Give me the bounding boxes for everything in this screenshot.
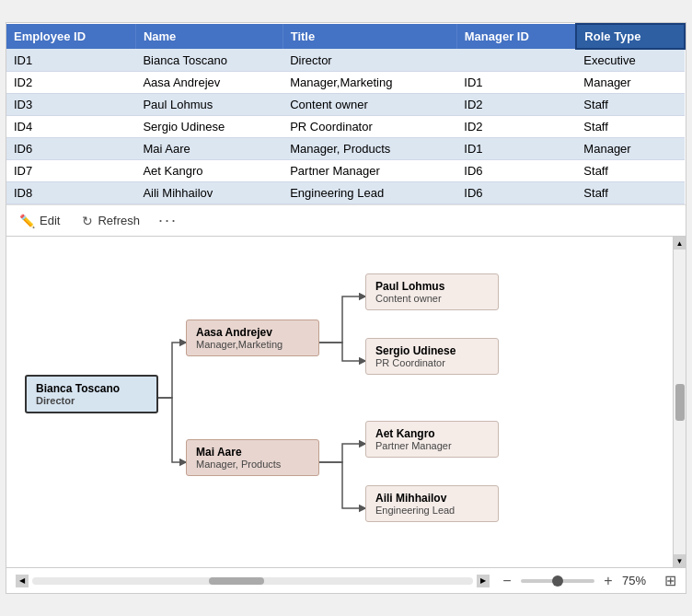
table-header-row: Employee ID Name Title Manager ID Role T… [6,24,685,49]
fullscreen-button[interactable]: ⊞ [664,572,676,589]
edit-icon: ✏️ [19,214,35,228]
col-header-role-type[interactable]: Role Type [576,24,685,49]
table-row[interactable]: ID4Sergio UdinesePR CoordinatorID2Staff [6,116,685,138]
refresh-button[interactable]: ↻ Refresh [78,212,144,230]
node-title: Manager, Products [196,459,309,470]
orgchart-section: Bianca ToscanoDirectorAasa AndrejevManag… [6,236,686,567]
node-title: PR Coordinator [375,357,489,368]
table-row[interactable]: ID3Paul LohmusContent ownerID2Staff [6,94,685,116]
refresh-label: Refresh [98,214,140,227]
node-name: Bianca Toscano [36,382,147,395]
table-section: Employee ID Name Title Manager ID Role T… [6,23,686,204]
cell-5-2: Partner Manager [283,160,456,182]
cell-5-0: ID7 [6,160,135,182]
scroll-thumb[interactable] [675,384,685,421]
cell-3-2: PR Coordinator [283,116,456,138]
node-name: Aet Kangro [375,427,489,440]
data-table: Employee ID Name Title Manager ID Role T… [6,23,686,204]
cell-2-3: ID2 [456,94,576,116]
zoom-controls: − + 75% ⊞ [499,572,676,589]
org-node-root[interactable]: Bianca ToscanoDirector [25,375,158,413]
col-header-title[interactable]: Title [283,24,456,49]
edit-label: Edit [40,214,60,227]
zoom-thumb[interactable] [552,575,563,587]
col-header-manager-id[interactable]: Manager ID [456,24,576,49]
cell-6-3: ID6 [456,182,576,204]
org-node-mgr1[interactable]: Aasa AndrejevManager,Marketing [186,320,319,356]
cell-5-4: Staff [576,160,685,182]
edit-button[interactable]: ✏️ Edit [16,212,63,230]
cell-1-3: ID1 [456,72,576,94]
cell-0-3 [456,49,576,72]
zoom-out-button[interactable]: − [499,573,515,589]
node-name: Aasa Andrejev [196,326,309,339]
more-options-button[interactable]: ··· [158,211,178,230]
cell-2-2: Content owner [283,94,456,116]
horizontal-scrollbar[interactable]: ◀ ▶ [16,575,490,587]
node-title: Manager,Marketing [196,339,309,350]
node-name: Mai Aare [196,446,309,459]
cell-3-0: ID4 [6,116,135,138]
cell-4-4: Manager [576,138,685,160]
cell-4-1: Mai Aare [135,138,283,160]
cell-1-2: Manager,Marketing [283,72,456,94]
main-container: Employee ID Name Title Manager ID Role T… [6,22,686,594]
table-row[interactable]: ID8Aili MihhailovEngineering LeadID6Staf… [6,182,685,204]
refresh-icon: ↻ [82,214,93,228]
cell-4-0: ID6 [6,138,135,160]
zoom-level-label: 75% [622,574,653,587]
org-node-staff1[interactable]: Paul LohmusContent owner [365,273,499,310]
node-name: Sergio Udinese [375,344,489,357]
cell-0-0: ID1 [6,49,135,72]
node-name: Paul Lohmus [375,280,489,293]
cell-6-0: ID8 [6,182,135,204]
col-header-name[interactable]: Name [135,24,283,49]
node-title: Director [36,395,147,406]
table-row[interactable]: ID2Aasa AndrejevManager,MarketingID1Mana… [6,72,685,94]
cell-1-0: ID2 [6,72,135,94]
cell-2-4: Staff [576,94,685,116]
scroll-track [32,577,473,585]
toolbar: ✏️ Edit ↻ Refresh ··· [6,204,686,236]
cell-3-1: Sergio Udinese [135,116,283,138]
cell-1-1: Aasa Andrejev [135,72,283,94]
node-title: Partner Manager [375,440,489,451]
zoom-slider[interactable] [521,579,594,583]
cell-2-1: Paul Lohmus [135,94,283,116]
cell-6-4: Staff [576,182,685,204]
table-row[interactable]: ID1Bianca ToscanoDirectorExecutive [6,49,685,72]
cell-0-4: Executive [576,49,685,72]
scroll-up-button[interactable]: ▲ [674,237,686,250]
org-node-staff4[interactable]: Aili MihhailovEngineering Lead [365,485,499,522]
cell-3-3: ID2 [456,116,576,138]
col-header-employee-id[interactable]: Employee ID [6,24,135,49]
cell-0-2: Director [283,49,456,72]
cell-0-1: Bianca Toscano [135,49,283,72]
node-title: Engineering Lead [375,505,489,516]
vertical-scrollbar[interactable]: ▲ ▼ [673,237,686,567]
bottom-bar: ◀ ▶ − + 75% ⊞ [6,567,686,593]
scroll-down-button[interactable]: ▼ [674,554,686,567]
node-title: Content owner [375,293,489,304]
cell-1-4: Manager [576,72,685,94]
cell-3-4: Staff [576,116,685,138]
table-row[interactable]: ID7Aet KangroPartner ManagerID6Staff [6,160,685,182]
cell-4-2: Manager, Products [283,138,456,160]
cell-2-0: ID3 [6,94,135,116]
scroll-horiz-thumb[interactable] [209,577,264,585]
zoom-in-button[interactable]: + [600,573,617,589]
node-name: Aili Mihhailov [375,492,489,505]
cell-6-2: Engineering Lead [283,182,456,204]
org-node-staff3[interactable]: Aet KangroPartner Manager [365,421,499,458]
org-node-mgr2[interactable]: Mai AareManager, Products [186,439,319,476]
org-node-staff2[interactable]: Sergio UdinesePR Coordinator [365,338,499,375]
scroll-right-button[interactable]: ▶ [477,575,490,587]
cell-4-3: ID1 [456,138,576,160]
orgchart-canvas[interactable]: Bianca ToscanoDirectorAasa AndrejevManag… [6,237,673,567]
cell-5-1: Aet Kangro [135,160,283,182]
table-row[interactable]: ID6Mai AareManager, ProductsID1Manager [6,138,685,160]
cell-6-1: Aili Mihhailov [135,182,283,204]
scroll-left-button[interactable]: ◀ [16,575,29,587]
cell-5-3: ID6 [456,160,576,182]
